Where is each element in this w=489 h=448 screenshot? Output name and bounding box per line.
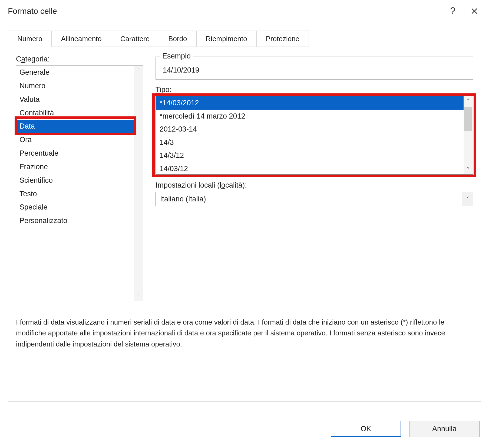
category-item[interactable]: Numero [16, 79, 134, 93]
columns: Categoria: GeneraleNumeroValutaContabili… [16, 55, 473, 301]
category-item[interactable]: Data [16, 120, 134, 133]
locale-dropdown[interactable]: Italiano (Italia) ˅ [156, 192, 473, 206]
type-label: Tipo: [156, 86, 473, 94]
description-text: I formati di data visualizzano i numeri … [16, 317, 465, 349]
type-item[interactable]: 14/03/12 [156, 162, 464, 175]
category-item[interactable]: Personalizzato [16, 214, 134, 228]
format-cells-dialog: Formato celle ? NumeroAllineamentoCaratt… [0, 0, 489, 448]
help-button[interactable]: ? [443, 3, 462, 19]
tab-numero-panel: Categoria: GeneraleNumeroValutaContabili… [8, 47, 481, 402]
category-label: Categoria: [16, 55, 143, 63]
category-item[interactable]: Scientifico [16, 174, 134, 187]
locale-label: Impostazioni locali (località): [156, 181, 473, 189]
dropdown-button[interactable]: ˅ [462, 192, 473, 206]
category-item[interactable]: Speciale [16, 201, 134, 214]
close-icon [471, 7, 478, 15]
right-column: Esempio 14/10/2019 Tipo: *14/03/2012*mer… [156, 55, 473, 206]
ok-button[interactable]: OK [331, 421, 401, 437]
close-button[interactable] [465, 3, 484, 19]
type-item[interactable]: 2012-03-14 [156, 123, 464, 136]
category-item[interactable]: Generale [16, 66, 134, 79]
category-item[interactable]: Contabilità [16, 106, 134, 120]
example-fieldset: Esempio 14/10/2019 [156, 57, 473, 80]
scroll-down-icon[interactable]: ˅ [134, 292, 143, 301]
chevron-down-icon: ˅ [466, 196, 469, 202]
type-item[interactable]: *14/03/2012 [156, 96, 464, 110]
scroll-thumb[interactable] [464, 107, 472, 131]
tab-numero[interactable]: Numero [8, 31, 52, 47]
scroll-up-icon[interactable]: ˄ [134, 66, 143, 74]
example-legend: Esempio [160, 52, 193, 60]
type-item[interactable]: 14/3/12 [156, 149, 464, 162]
type-listbox[interactable]: *14/03/2012*mercoledì 14 marzo 20122012-… [156, 96, 473, 175]
help-icon: ? [450, 5, 455, 17]
category-item[interactable]: Frazione [16, 160, 134, 174]
category-listbox[interactable]: GeneraleNumeroValutaContabilitàDataOraPe… [16, 66, 143, 301]
category-item[interactable]: Valuta [16, 93, 134, 106]
cancel-button[interactable]: Annulla [409, 421, 480, 437]
dialog-title: Formato celle [8, 6, 441, 16]
type-area: *14/03/2012*mercoledì 14 marzo 20122012-… [156, 96, 473, 175]
scroll-up-icon[interactable]: ˄ [464, 96, 473, 106]
type-item[interactable]: 14/3 [156, 136, 464, 149]
example-value: 14/10/2019 [163, 66, 466, 74]
locale-value: Italiano (Italia) [156, 192, 462, 206]
titlebar: Formato celle ? [0, 0, 489, 22]
category-item[interactable]: Ora [16, 133, 134, 147]
category-item[interactable]: Testo [16, 187, 134, 201]
scroll-down-icon[interactable]: ˅ [464, 165, 473, 174]
dialog-footer: OK Annulla [331, 421, 480, 437]
category-scrollbar[interactable]: ˄ ˅ [134, 66, 143, 301]
category-column: Categoria: GeneraleNumeroValutaContabili… [16, 55, 143, 301]
type-item[interactable]: *mercoledì 14 marzo 2012 [156, 110, 464, 123]
category-item[interactable]: Percentuale [16, 147, 134, 160]
type-scrollbar[interactable]: ˄ ˅ [464, 96, 473, 174]
